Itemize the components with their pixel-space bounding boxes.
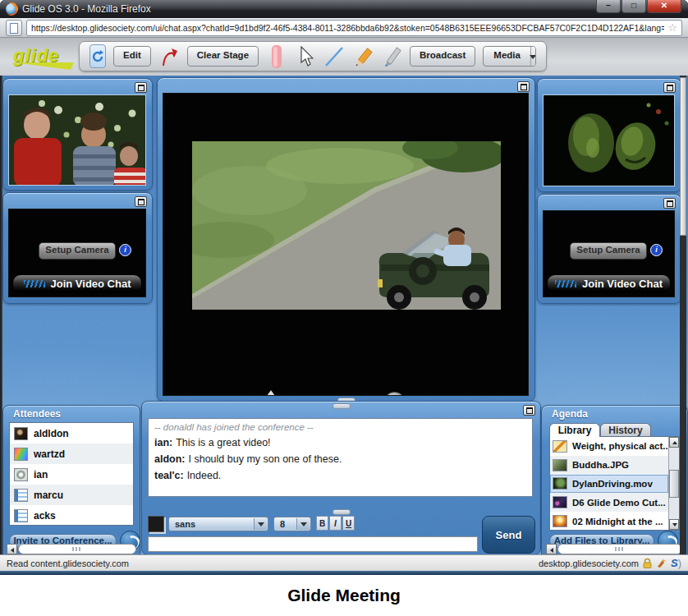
avatar [14,448,28,461]
font-size-dropdown[interactable]: 8 [273,517,311,531]
signal-stripes-icon [24,280,45,287]
glide-toolbar: glide Edit Clear Stage [0,38,688,76]
join-video-chat-button[interactable]: Join Video Chat [12,274,142,293]
file-name: DylanDriving.mov [572,479,653,489]
info-icon[interactable]: i [650,244,663,256]
addon-spark-icon[interactable] [656,558,667,568]
setup-camera-button[interactable]: Setup Camera [39,242,116,260]
attendee-row[interactable]: ian [10,464,133,485]
line-tool-icon[interactable] [323,45,345,68]
library-item[interactable]: Buddha.JPG [550,456,668,475]
chevron-down-icon [530,47,535,66]
pause-button[interactable] [383,392,406,396]
status-text: Read content.glidesociety.com [7,559,129,568]
font-family-dropdown[interactable]: sans [168,517,268,531]
agenda-panel: Agenda Library History Weight, physical … [541,405,688,554]
scroll-left-arrow[interactable] [7,544,17,554]
seek-slider-thumb[interactable] [267,390,275,396]
sender-name: ian [154,437,172,448]
attendees-hscrollbar[interactable] [7,544,136,554]
chat-divider-grip[interactable] [333,509,351,515]
library-vscrollbar[interactable] [668,437,679,530]
attendee-row[interactable]: marcu [10,485,133,505]
url-text: https://desktop.glidesociety.com/ui/chat… [31,23,664,33]
agenda-hscrollbar[interactable] [546,544,682,554]
webcam-kids-image [9,95,146,186]
setup-camera-button[interactable]: Setup Camera [570,242,647,260]
image-file-icon [553,459,567,471]
library-item[interactable]: D6 Glide Demo Cut... [550,493,668,512]
pen-tool-icon[interactable] [381,45,402,68]
scroll-track[interactable] [18,544,136,554]
setup-camera-panel-left: Setup Camera i Join Video Chat [2,192,153,304]
video-stage-screen: 00m:02s -00m:36s [163,93,529,396]
webcam-feed-kids [8,94,146,186]
message-text: I should buy my son one of these. [189,453,342,465]
library-item[interactable]: 02 Midnight at the ... [550,512,668,531]
bold-button[interactable]: B [316,516,328,531]
tab-library[interactable]: Library [549,423,600,437]
window-title: Glide OS 3.0 - Mozilla Firefox [22,3,151,15]
pointer-tool-icon[interactable] [295,45,316,68]
chat-message-input[interactable] [148,536,478,552]
panel-minimize-icon[interactable] [663,82,676,93]
scroll-thumb[interactable] [669,470,679,498]
tab-history[interactable]: History [600,423,651,437]
panel-minimize-icon[interactable] [135,196,147,207]
chat-log[interactable]: -- donaldl has joined the conference -- … [148,418,533,497]
scroll-down-arrow[interactable] [669,519,679,530]
text-color-swatch[interactable] [148,516,164,532]
minimize-button[interactable]: – [596,0,621,13]
panel-minimize-icon[interactable] [523,405,535,416]
attendees-list: aldldon wartzd ian marcu acks [9,422,134,526]
s-addon-icon[interactable]: S) [671,557,681,569]
clear-stage-button[interactable]: Clear Stage [187,46,259,67]
join-video-chat-label: Join Video Chat [582,278,663,290]
file-name: D6 Glide Demo Cut... [572,498,666,508]
address-input[interactable]: https://desktop.glidesociety.com/ui/chat… [26,20,682,36]
camera-placeholder-left: Setup Camera i Join Video Chat [8,209,146,297]
media-mode-dropdown[interactable]: Media Only [483,46,536,67]
camera-placeholder-right: Setup Camera i Join Video Chat [543,210,675,297]
scroll-up-arrow[interactable] [669,437,679,448]
attendees-panel: Attendees aldldon wartzd ian marcu acks … [2,405,140,554]
panel-minimize-icon[interactable] [663,198,676,209]
bookmark-star-icon[interactable]: ☆ [667,22,677,33]
underline-button[interactable]: U [342,516,355,531]
refresh-button[interactable] [89,44,106,68]
webcam-panel-left [2,78,153,191]
firefox-icon [6,3,17,15]
browser-scroll-thumb[interactable] [680,77,686,236]
attendee-row[interactable]: wartzd [10,444,133,464]
message-text: Indeed. [187,470,222,481]
library-item[interactable]: Weight, physical act... [550,437,668,456]
signal-stripes-icon [555,280,576,287]
panel-minimize-icon[interactable] [135,82,147,93]
pencil-tool-icon[interactable] [352,45,374,68]
eraser-tool-icon[interactable] [266,45,287,68]
join-video-chat-button[interactable]: Join Video Chat [547,274,671,293]
info-icon[interactable]: i [119,244,131,256]
attendee-row[interactable]: aldldon [10,423,133,444]
broadcast-button[interactable]: Broadcast [410,46,475,67]
italic-button[interactable]: I [329,516,342,531]
meeting-stage: Setup Camera i Join Video Chat [0,76,688,554]
library-item-selected[interactable]: DylanDriving.mov [550,475,668,494]
scroll-track[interactable] [557,544,682,554]
browser-vscrollbar[interactable] [680,76,686,554]
file-name: Weight, physical act... [572,441,668,451]
webcam-feed-couple [543,94,675,186]
scroll-left-arrow[interactable] [546,544,557,554]
join-video-chat-label: Join Video Chat [51,278,131,290]
attendee-row[interactable]: acks [10,505,133,526]
browser-window: Glide OS 3.0 - Mozilla Firefox – □ ✕ htt… [0,0,688,575]
edit-button[interactable]: Edit [113,46,151,67]
maximize-button[interactable]: □ [621,0,646,13]
chat-resize-grip[interactable] [333,403,351,409]
undo-arrow-icon[interactable] [158,45,180,68]
close-button[interactable]: ✕ [647,0,681,13]
attendee-name: aldldon [34,428,69,439]
panel-minimize-icon[interactable] [517,81,530,92]
send-button[interactable]: Send [482,516,535,554]
chevron-down-icon [254,518,267,530]
